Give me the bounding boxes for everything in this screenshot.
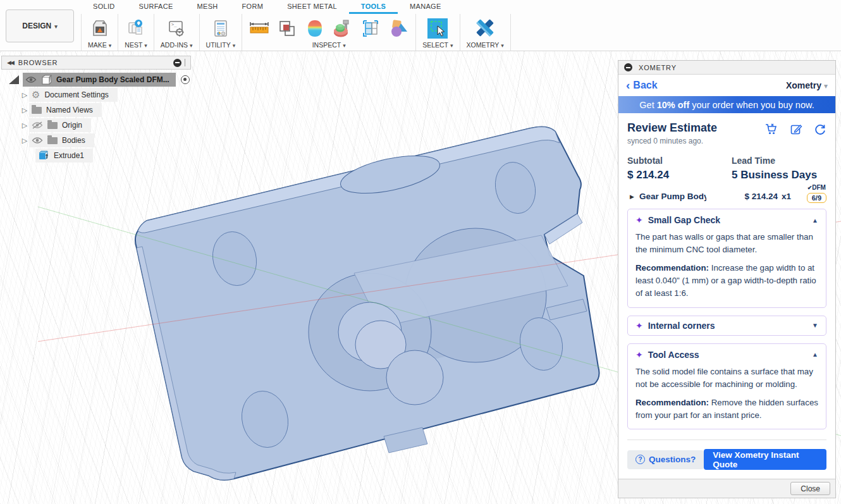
ribbon-tabs: SOLID SURFACE MESH FORM SHEET METAL TOOL… <box>81 0 453 14</box>
minimize-icon[interactable] <box>173 59 181 67</box>
part-name: Gear Pump Body <box>639 192 706 201</box>
group-label-inspect[interactable]: INSPECT <box>312 41 346 49</box>
tree-row-extrude1[interactable]: Extrude1 <box>16 148 191 163</box>
tree-row-origin[interactable]: Origin <box>1 118 191 133</box>
brand-dropdown[interactable]: Xometry <box>786 80 828 91</box>
root-component-name[interactable]: Gear Pump Body Scaled DFM... <box>56 75 169 84</box>
group-label-addins[interactable]: ADD-INS <box>161 41 193 49</box>
leadtime-label: Lead Time <box>732 156 826 166</box>
collapse-icon[interactable] <box>812 217 818 224</box>
section-analysis-icon[interactable] <box>360 18 381 39</box>
chevron-down-icon <box>144 41 147 49</box>
utility-report-icon[interactable] <box>210 18 231 39</box>
tree-row-bodies[interactable]: Bodies <box>1 133 191 148</box>
close-button[interactable]: Close <box>790 482 830 495</box>
group-xometry: XOMETRY <box>460 14 511 51</box>
view-instant-quote-button[interactable]: View Xometry Instant Quote <box>704 449 826 470</box>
back-chevron-icon <box>626 78 630 92</box>
expand-icon[interactable] <box>812 322 818 329</box>
chevron-down-icon <box>343 41 346 49</box>
panel-action-buttons: Questions? View Xometry Instant Quote <box>627 449 826 470</box>
nest-icon[interactable] <box>125 18 147 39</box>
expand-caret-icon[interactable] <box>20 91 29 99</box>
make-3d-print-icon[interactable] <box>89 18 111 39</box>
draft-analysis-icon[interactable] <box>332 18 353 39</box>
dfm-card-small-gap-check: Small Gap Check The part has walls or ga… <box>627 209 826 308</box>
fusion-window: DESIGN SOLID SURFACE MESH FORM SHEET MET… <box>0 0 841 504</box>
edit-icon[interactable] <box>790 123 802 138</box>
select-tool-icon[interactable] <box>427 18 448 39</box>
chevron-down-icon <box>824 80 828 91</box>
tab-form[interactable]: FORM <box>230 0 276 14</box>
group-label-utility[interactable]: UTILITY <box>206 41 236 49</box>
group-addins: >_ ADD-INS <box>154 14 200 51</box>
interference-icon[interactable] <box>276 18 298 39</box>
group-label-nest[interactable]: NEST <box>125 41 147 49</box>
group-label-xometry[interactable]: XOMETRY <box>467 41 504 49</box>
extrude-feature-icon <box>38 150 49 161</box>
workspace-label: DESIGN <box>22 22 51 30</box>
group-inspect: INSPECT <box>242 14 416 51</box>
card-header[interactable]: Small Gap Check <box>635 215 818 225</box>
question-circle-icon <box>635 455 645 464</box>
group-label-make[interactable]: MAKE <box>88 41 111 49</box>
workspace-switcher[interactable]: DESIGN <box>6 9 74 42</box>
back-button[interactable]: Back <box>633 80 657 91</box>
browser-panel-title: BROWSER <box>18 59 173 66</box>
browser-panel: ◀◀ BROWSER Gear Pump Body Scaled DFM... <box>1 56 191 163</box>
card-header[interactable]: Tool Access <box>635 350 818 360</box>
panel-content: Review Estimate synced 0 minutes ago. <box>618 113 835 440</box>
tab-solid[interactable]: SOLID <box>81 0 127 14</box>
expand-caret-icon[interactable] <box>20 121 29 130</box>
dfm-score-badge: 6/9 <box>807 193 826 203</box>
tree-row-root[interactable]: Gear Pump Body Scaled DFM... <box>1 72 191 87</box>
tab-manage[interactable]: MANAGE <box>398 0 453 14</box>
activate-component-icon[interactable] <box>181 75 190 84</box>
expand-caret-icon[interactable] <box>20 137 29 145</box>
xometry-logo-icon[interactable] <box>474 18 496 39</box>
measure-icon[interactable] <box>249 18 270 39</box>
card-recommendation: Recommendation: Increase the gap width t… <box>635 262 818 300</box>
minimize-icon[interactable] <box>624 63 632 71</box>
review-estimate-title: Review Estimate <box>627 121 717 135</box>
xometry-panel-header[interactable]: XOMETRY <box>618 61 835 75</box>
subtotal-label: Subtotal <box>627 156 732 166</box>
svg-text:>_: >_ <box>171 22 177 27</box>
curvature-analysis-icon[interactable] <box>304 18 326 39</box>
collapse-panel-icon[interactable]: ◀◀ <box>7 59 13 66</box>
ribbon-toolbar: DESIGN SOLID SURFACE MESH FORM SHEET MET… <box>0 0 841 51</box>
dfm-card-tool-access: Tool Access The solid model file contain… <box>627 343 826 430</box>
dfm-badge[interactable]: DFM 6/9 <box>807 184 826 203</box>
chevron-down-icon <box>54 22 58 30</box>
visibility-eye-icon[interactable] <box>25 76 37 83</box>
estimate-stats: Subtotal Lead Time $ 214.24 5 Business D… <box>627 156 826 181</box>
expand-part-icon[interactable] <box>630 194 634 200</box>
expand-caret-icon[interactable] <box>20 106 29 114</box>
xometry-panel: XOMETRY Back Xometry Get 10% off your or… <box>618 60 836 498</box>
tab-surface[interactable]: SURFACE <box>127 0 185 14</box>
tab-tools[interactable]: TOOLS <box>349 0 398 14</box>
tree-row-document-settings[interactable]: Document Settings <box>1 87 191 102</box>
panel-back-row: Back Xometry <box>618 75 835 96</box>
collapse-icon[interactable] <box>812 351 818 358</box>
part-quantity: x1 <box>782 192 791 201</box>
dfm-card-internal-corners: Internal corners <box>627 316 826 336</box>
component-colors-icon[interactable] <box>388 18 409 39</box>
tab-sheet-metal[interactable]: SHEET METAL <box>275 0 349 14</box>
chevron-down-icon <box>233 41 236 49</box>
promo-banner[interactable]: Get 10% off your order when you buy now. <box>618 96 835 113</box>
refresh-icon[interactable] <box>814 123 826 138</box>
cart-icon[interactable] <box>765 123 778 138</box>
group-label-select[interactable]: SELECT <box>422 41 453 49</box>
addins-scripts-icon[interactable]: >_ <box>166 18 187 39</box>
part-line-item[interactable]: Gear Pump Body $ 214.24 x1 DFM 6/9 <box>627 192 826 201</box>
tab-mesh[interactable]: MESH <box>185 0 230 14</box>
card-header[interactable]: Internal corners <box>635 321 818 331</box>
tree-row-named-views[interactable]: Named Views <box>1 102 191 118</box>
questions-button[interactable]: Questions? <box>627 450 704 469</box>
visibility-eye-icon[interactable] <box>32 137 43 144</box>
browser-panel-header[interactable]: ◀◀ BROWSER <box>1 56 191 70</box>
collapse-triangle-icon[interactable] <box>9 75 19 84</box>
component-cube-icon <box>41 75 52 85</box>
visibility-off-eye-icon[interactable] <box>32 121 43 129</box>
